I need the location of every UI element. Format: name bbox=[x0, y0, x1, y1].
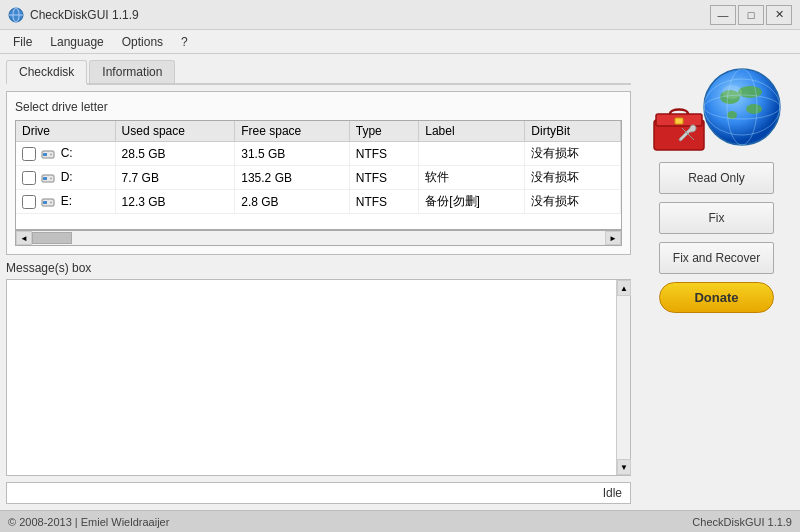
free-space-cell: 31.5 GB bbox=[235, 142, 349, 166]
read-only-button[interactable]: Read Only bbox=[659, 162, 774, 194]
close-button[interactable]: ✕ bbox=[766, 5, 792, 25]
right-panel: Read Only Fix Fix and Recover Donate bbox=[639, 60, 794, 504]
drive-table-container[interactable]: Drive Used space Free space Type Label D… bbox=[15, 120, 622, 230]
table-row[interactable]: D: 7.7 GB 135.2 GB NTFS 软件 没有损坏 bbox=[16, 166, 621, 190]
free-space-cell: 135.2 GB bbox=[235, 166, 349, 190]
menu-language[interactable]: Language bbox=[41, 32, 112, 52]
svg-point-12 bbox=[704, 69, 780, 145]
free-space-cell: 2.8 GB bbox=[235, 190, 349, 214]
fix-and-recover-button[interactable]: Fix and Recover bbox=[659, 242, 774, 274]
label-cell: 软件 bbox=[419, 166, 525, 190]
drive-cell: C: bbox=[16, 142, 115, 166]
col-dirty: DirtyBit bbox=[525, 121, 621, 142]
dirty-bit-cell: 没有损坏 bbox=[525, 142, 621, 166]
drive-cell: D: bbox=[16, 166, 115, 190]
messages-box-wrapper: ▲ ▼ bbox=[6, 279, 631, 476]
fix-button[interactable]: Fix bbox=[659, 202, 774, 234]
messages-scrollbar: ▲ ▼ bbox=[616, 280, 630, 475]
window-controls: — □ ✕ bbox=[710, 5, 792, 25]
svg-rect-10 bbox=[43, 201, 47, 204]
app-icon bbox=[8, 7, 24, 23]
copyright-text: © 2008-2013 | Emiel Wieldraaijer bbox=[8, 516, 169, 528]
drive-table: Drive Used space Free space Type Label D… bbox=[16, 121, 621, 214]
drive-icon bbox=[41, 171, 55, 185]
type-cell: NTFS bbox=[349, 166, 419, 190]
svg-rect-4 bbox=[43, 153, 47, 156]
col-label: Label bbox=[419, 121, 525, 142]
svg-point-16 bbox=[727, 111, 737, 119]
svg-point-15 bbox=[746, 104, 762, 114]
scroll-up-btn[interactable]: ▲ bbox=[617, 280, 631, 296]
status-idle: Idle bbox=[603, 486, 622, 500]
used-space-cell: 12.3 GB bbox=[115, 190, 235, 214]
col-free: Free space bbox=[235, 121, 349, 142]
scroll-down-btn[interactable]: ▼ bbox=[617, 459, 631, 475]
h-scrollbar[interactable]: ◄ ► bbox=[15, 230, 622, 246]
menu-options[interactable]: Options bbox=[113, 32, 172, 52]
status-bar: Idle bbox=[6, 482, 631, 504]
tab-checkdisk[interactable]: Checkdisk bbox=[6, 60, 87, 85]
dirty-bit-cell: 没有损坏 bbox=[525, 166, 621, 190]
svg-rect-23 bbox=[675, 118, 683, 124]
h-scroll-right[interactable]: ► bbox=[605, 231, 621, 245]
menu-file[interactable]: File bbox=[4, 32, 41, 52]
drive-icon bbox=[41, 195, 55, 209]
type-cell: NTFS bbox=[349, 142, 419, 166]
drive-icon bbox=[41, 147, 55, 161]
messages-label: Message(s) box bbox=[6, 261, 631, 275]
type-cell: NTFS bbox=[349, 190, 419, 214]
drive-section-label: Select drive letter bbox=[15, 100, 622, 114]
menu-help[interactable]: ? bbox=[172, 32, 197, 52]
messages-section: Message(s) box ▲ ▼ bbox=[6, 261, 631, 476]
table-row[interactable]: C: 28.5 GB 31.5 GB NTFS 没有损坏 bbox=[16, 142, 621, 166]
toolbox-icon bbox=[652, 100, 707, 152]
col-used: Used space bbox=[115, 121, 235, 142]
scroll-track bbox=[617, 296, 630, 459]
svg-point-20 bbox=[722, 85, 742, 99]
label-cell bbox=[419, 142, 525, 166]
drive-cell: E: bbox=[16, 190, 115, 214]
h-scroll-left[interactable]: ◄ bbox=[16, 231, 32, 245]
left-panel: Checkdisk Information Select drive lette… bbox=[6, 60, 631, 504]
svg-point-5 bbox=[50, 153, 52, 155]
logo-area bbox=[652, 64, 782, 154]
used-space-cell: 28.5 GB bbox=[115, 142, 235, 166]
donate-button[interactable]: Donate bbox=[659, 282, 774, 313]
bottom-bar: © 2008-2013 | Emiel Wieldraaijer CheckDi… bbox=[0, 510, 800, 532]
title-bar: CheckDiskGUI 1.1.9 — □ ✕ bbox=[0, 0, 800, 30]
drive-section: Select drive letter Drive Used space Fre… bbox=[6, 91, 631, 255]
svg-point-11 bbox=[50, 201, 52, 203]
main-content: Checkdisk Information Select drive lette… bbox=[0, 54, 800, 510]
title-text: CheckDiskGUI 1.1.9 bbox=[30, 8, 710, 22]
drive-checkbox[interactable] bbox=[22, 171, 36, 185]
tab-information[interactable]: Information bbox=[89, 60, 175, 83]
col-type: Type bbox=[349, 121, 419, 142]
drive-checkbox[interactable] bbox=[22, 147, 36, 161]
svg-point-8 bbox=[50, 177, 52, 179]
maximize-button[interactable]: □ bbox=[738, 5, 764, 25]
messages-textarea[interactable] bbox=[7, 280, 616, 475]
svg-rect-7 bbox=[43, 177, 47, 180]
globe-icon bbox=[702, 67, 782, 147]
version-text: CheckDiskGUI 1.1.9 bbox=[692, 516, 792, 528]
tabs: Checkdisk Information bbox=[6, 60, 631, 85]
h-scroll-thumb[interactable] bbox=[32, 232, 72, 244]
minimize-button[interactable]: — bbox=[710, 5, 736, 25]
used-space-cell: 7.7 GB bbox=[115, 166, 235, 190]
table-row[interactable]: E: 12.3 GB 2.8 GB NTFS 备份[勿删] 没有损坏 bbox=[16, 190, 621, 214]
label-cell: 备份[勿删] bbox=[419, 190, 525, 214]
drive-checkbox[interactable] bbox=[22, 195, 36, 209]
menu-bar: File Language Options ? bbox=[0, 30, 800, 54]
col-drive: Drive bbox=[16, 121, 115, 142]
dirty-bit-cell: 没有损坏 bbox=[525, 190, 621, 214]
h-scroll-track bbox=[32, 231, 605, 245]
